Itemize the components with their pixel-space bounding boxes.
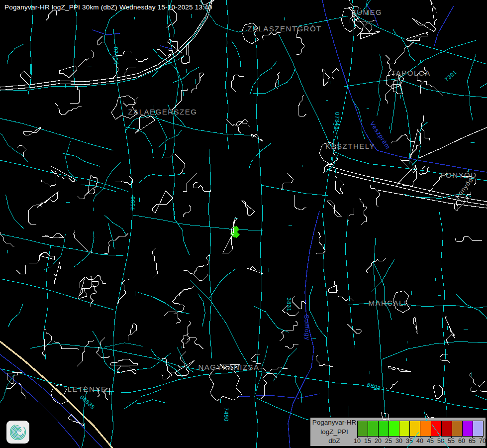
radar-legend: Poganyvar-HR logZ_PPI dbZ 10152025303540…	[309, 417, 487, 447]
spiral-icon	[8, 422, 28, 442]
legend-tick-label: 55	[448, 438, 455, 445]
legend-tick-label: 40	[416, 438, 423, 445]
legend-text: Poganyvar-HR logZ_PPI dbZ	[312, 419, 357, 445]
legend-swatch	[409, 421, 420, 436]
legend-swatch	[462, 421, 473, 436]
legend-swatch	[399, 421, 409, 436]
legend-swatch	[441, 421, 452, 436]
county-label: Somogy	[303, 315, 311, 340]
road-label: 7536	[130, 196, 136, 210]
city-label: ZALASZENTGRÓT	[247, 24, 322, 33]
city-label: TAPOLCA	[391, 69, 430, 77]
app-logo	[6, 421, 29, 444]
legend-tick-label: 70	[479, 438, 486, 445]
city-label: LETENYE	[68, 385, 107, 393]
legend-tick-label: 20	[375, 438, 382, 445]
road-label: 7490	[223, 408, 229, 422]
radar-screen: Poganyvar-HR logZ_PPI 30km (dbZ) Wednesd…	[0, 0, 487, 448]
legend-tick-label: 65	[469, 438, 476, 445]
legend-tick-label: 60	[458, 438, 465, 445]
legend-swatch	[389, 421, 399, 436]
legend-swatch	[420, 421, 430, 436]
legend-tick-label: 50	[437, 438, 444, 445]
legend-tick-label: 35	[406, 438, 413, 445]
radar-title: Poganyvar-HR logZ_PPI 30km (dbZ) Wednesd…	[4, 3, 212, 11]
legend-swatch	[473, 421, 483, 436]
city-label: KESZTHELY	[325, 142, 375, 150]
road-label: 07343	[334, 112, 340, 130]
legend-tick-label: 30	[395, 438, 402, 445]
radar-map	[0, 0, 487, 448]
legend-unit: dbZ	[312, 438, 357, 445]
city-label: NAGYKANIZSA	[198, 363, 259, 371]
legend-colorbar	[357, 421, 484, 437]
city-label: ZALAEGERSZEG	[128, 108, 197, 116]
road-label: 3831	[286, 298, 292, 312]
city-label: SÜMEG	[351, 8, 383, 16]
legend-swatch	[368, 421, 378, 436]
city-label: FONYÓD	[440, 171, 477, 179]
legend-tick-label: 10	[354, 438, 361, 445]
legend-tick-label: 45	[427, 438, 434, 445]
legend-radar-name: Poganyvar-HR	[312, 419, 357, 427]
legend-tick-label: 15	[364, 438, 371, 445]
road-label: 07404	[113, 47, 119, 65]
legend-swatch	[358, 421, 368, 436]
city-label: MARCALI	[368, 299, 406, 307]
legend-product-name: logZ_PPI	[312, 429, 357, 436]
legend-tick-label: 25	[385, 438, 392, 445]
legend-swatch	[452, 421, 462, 436]
legend-swatch	[378, 421, 389, 436]
legend-swatch	[431, 421, 441, 436]
